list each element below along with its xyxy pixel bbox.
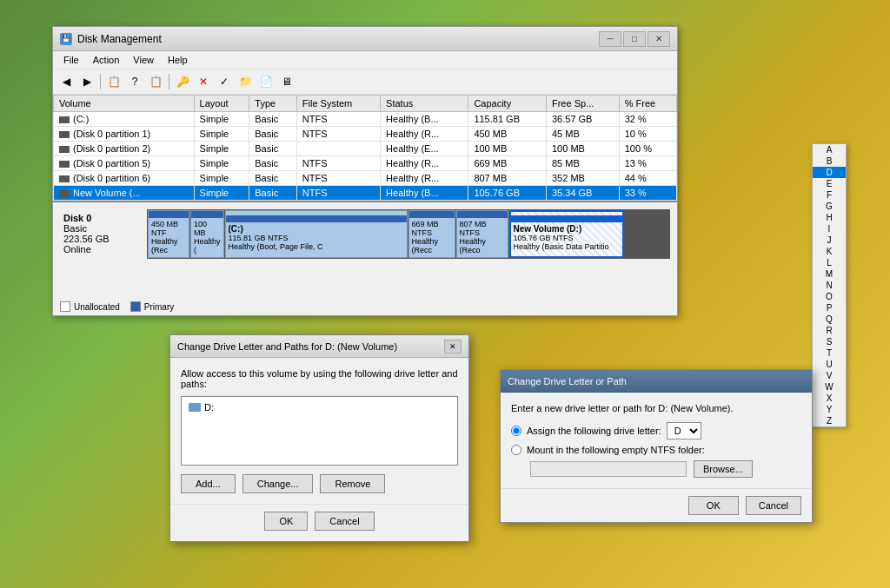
toolbar-btn8[interactable]: 🖥: [277, 72, 296, 91]
toolbar-btn7[interactable]: 📄: [256, 72, 276, 91]
alpha-letter-m[interactable]: M: [813, 268, 846, 280]
alpha-letter-k[interactable]: K: [813, 246, 846, 257]
table-row[interactable]: New Volume (... Simple Basic NTFS Health…: [54, 186, 677, 201]
alpha-letter-p[interactable]: P: [813, 302, 846, 314]
change-button[interactable]: Change...: [242, 474, 314, 493]
cell-pct: 33 %: [619, 186, 676, 201]
dialog1-close-button[interactable]: ✕: [444, 340, 462, 353]
menu-help[interactable]: Help: [161, 53, 195, 67]
browse-button[interactable]: Browse...: [694, 460, 753, 478]
toolbar-btn5[interactable]: ✓: [215, 72, 234, 91]
alpha-letter-x[interactable]: X: [813, 393, 846, 404]
menu-view[interactable]: View: [126, 53, 161, 67]
partition-status: Healthy (Recc: [412, 237, 452, 254]
cell-free: 35.34 GB: [546, 186, 619, 201]
table-row[interactable]: (C:) Simple Basic NTFS Healthy (B... 115…: [54, 112, 677, 127]
col-capacity[interactable]: Capacity: [468, 96, 547, 112]
add-button[interactable]: Add...: [181, 474, 236, 493]
toolbar-btn1[interactable]: 📋: [104, 72, 123, 91]
alpha-letter-v[interactable]: V: [813, 370, 846, 381]
toolbar-back[interactable]: ◀: [56, 72, 76, 91]
col-status[interactable]: Status: [381, 96, 468, 112]
alpha-letter-l[interactable]: L: [813, 257, 846, 268]
alpha-letter-g[interactable]: G: [813, 201, 846, 212]
disk-mgmt-icon: 💾: [60, 33, 72, 45]
alpha-letter-r[interactable]: R: [813, 325, 846, 336]
drive-letter-select[interactable]: D E F: [667, 422, 701, 439]
folder-path-input[interactable]: [530, 461, 687, 477]
disk-partition[interactable]: New Volume (D:)105.76 GB NTFSHealthy (Ba…: [509, 210, 624, 258]
assign-letter-radio[interactable]: [511, 426, 521, 436]
cell-fs: NTFS: [296, 156, 380, 171]
maximize-button[interactable]: □: [623, 31, 646, 47]
toolbar-delete[interactable]: ✕: [194, 72, 213, 91]
dialog1-action-buttons: Add... Change... Remove: [181, 474, 458, 493]
cell-status: Healthy (B...: [381, 112, 468, 127]
dialog2-cancel-button[interactable]: Cancel: [746, 496, 801, 515]
dialog1-cancel-button[interactable]: Cancel: [315, 512, 374, 531]
toolbar-btn4[interactable]: 🔑: [173, 72, 192, 91]
cell-layout: Simple: [194, 186, 249, 201]
table-row[interactable]: (Disk 0 partition 5) Simple Basic NTFS H…: [54, 156, 677, 171]
cell-pct: 10 %: [619, 127, 676, 142]
cell-free: 100 MB: [546, 142, 619, 156]
disk-partition[interactable]: 450 MB NTFHealthy (Rec: [148, 210, 189, 258]
toolbar-help[interactable]: ?: [125, 72, 144, 91]
disk-partition[interactable]: (C:)115.81 GB NTFSHealthy (Boot, Page Fi…: [225, 210, 408, 258]
alpha-letter-a[interactable]: A: [813, 144, 846, 155]
mount-folder-option: Mount in the following empty NTFS folder…: [511, 445, 801, 455]
table-row[interactable]: (Disk 0 partition 2) Simple Basic Health…: [54, 142, 677, 156]
drive-list-item[interactable]: D:: [185, 400, 454, 414]
alpha-letter-i[interactable]: I: [813, 223, 846, 235]
window-title: Disk Management: [77, 33, 162, 45]
alpha-letter-e[interactable]: E: [813, 178, 846, 189]
col-type[interactable]: Type: [249, 96, 297, 112]
close-button[interactable]: ✕: [648, 31, 670, 47]
alpha-letter-j[interactable]: J: [813, 235, 846, 246]
alpha-letter-w[interactable]: W: [813, 381, 846, 393]
col-pct[interactable]: % Free: [619, 96, 676, 112]
partition-size: 100 MB: [194, 220, 221, 237]
col-layout[interactable]: Layout: [194, 96, 249, 112]
alpha-letter-q[interactable]: Q: [813, 314, 846, 325]
table-row[interactable]: (Disk 0 partition 1) Simple Basic NTFS H…: [54, 127, 677, 142]
col-free[interactable]: Free Sp...: [546, 96, 619, 112]
alpha-letter-f[interactable]: F: [813, 189, 846, 201]
alpha-letter-y[interactable]: Y: [813, 404, 846, 415]
dialog2-ok-button[interactable]: OK: [688, 496, 739, 515]
menu-action[interactable]: Action: [86, 53, 127, 67]
disk-partition[interactable]: 669 MB NTFSHealthy (Recc: [408, 210, 455, 258]
partition-status: Healthy (: [194, 237, 221, 254]
toolbar-btn6[interactable]: 📁: [236, 72, 255, 91]
minimize-button[interactable]: ─: [599, 31, 621, 47]
alpha-letter-s[interactable]: S: [813, 336, 846, 347]
alpha-letter-n[interactable]: N: [813, 280, 846, 291]
partition-size: 807 MB NTFS: [460, 220, 505, 237]
remove-button[interactable]: Remove: [320, 474, 385, 493]
toolbar-btn3[interactable]: 📋: [146, 72, 165, 91]
table-row[interactable]: (Disk 0 partition 6) Simple Basic NTFS H…: [54, 171, 677, 186]
alpha-letter-d[interactable]: D: [813, 167, 846, 178]
col-filesystem[interactable]: File System: [296, 96, 380, 112]
menu-file[interactable]: File: [56, 53, 86, 67]
dialog1-ok-button[interactable]: OK: [264, 512, 308, 531]
disk-partition[interactable]: 100 MBHealthy (: [190, 210, 224, 258]
alpha-letter-o[interactable]: O: [813, 291, 846, 302]
alpha-letter-b[interactable]: B: [813, 155, 846, 167]
cell-free: 352 MB: [546, 171, 619, 186]
mount-folder-radio[interactable]: [511, 445, 521, 455]
disk-type: Basic: [63, 223, 143, 234]
change-drive-letter-path-dialog: Change Drive Letter or Path Enter a new …: [500, 369, 813, 523]
alpha-letter-u[interactable]: U: [813, 359, 846, 370]
alpha-letter-z[interactable]: Z: [813, 415, 846, 426]
alpha-letter-h[interactable]: H: [813, 212, 846, 223]
col-volume[interactable]: Volume: [54, 96, 195, 112]
disk-view: Disk 0 Basic 223.56 GB Online 450 MB NTF…: [53, 202, 677, 298]
cell-status: Healthy (B...: [381, 186, 468, 201]
title-bar-left: 💾 Disk Management: [60, 33, 162, 45]
toolbar-forward[interactable]: ▶: [77, 72, 96, 91]
alpha-letter-t[interactable]: T: [813, 347, 846, 359]
disk-partition[interactable]: 807 MB NTFSHealthy (Reco: [456, 210, 508, 258]
cell-free: 36.57 GB: [546, 112, 619, 127]
drive-list-box[interactable]: D:: [181, 396, 458, 466]
